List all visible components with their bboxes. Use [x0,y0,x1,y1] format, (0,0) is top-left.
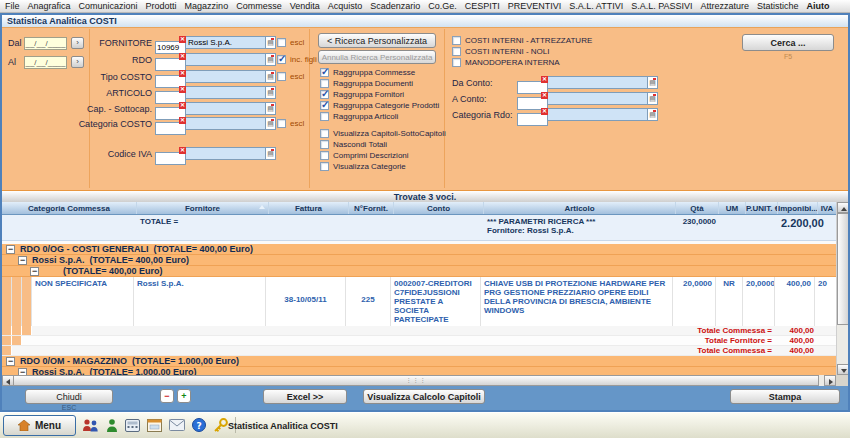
stampa-button[interactable]: Stampa [730,389,840,404]
col-header-nfornit[interactable]: N°Fornit. [349,202,394,214]
chiudi-button[interactable]: Chiudi [25,389,113,404]
collapse-toggle-icon[interactable] [18,256,27,265]
scroll-up-icon[interactable] [837,202,848,213]
categoria-rdo-input[interactable] [548,108,648,121]
scroll-down-icon[interactable] [837,364,848,375]
menu-item-anagrafica[interactable]: Anagrafica [28,1,71,11]
rdo-name-input[interactable] [186,53,266,66]
comprimi-descrizioni-checkbox[interactable] [320,151,329,160]
fornitore-name-input[interactable] [186,36,266,49]
scroll-right-icon[interactable] [824,375,836,386]
collapse-toggle-icon[interactable] [30,267,39,276]
tipo-costo-escl-checkbox[interactable] [277,72,286,81]
ricerca-personalizzata-button[interactable]: < Ricerca Personalizzata [318,33,436,48]
lookup-icon[interactable]: ▤ [266,86,276,99]
active-task-label[interactable]: Statistica Analitica COSTI [228,421,338,431]
clear-icon[interactable]: ✕ [541,108,548,115]
a-conto-input[interactable] [548,92,648,105]
lookup-icon[interactable]: ▤ [266,70,276,83]
summary-row[interactable]: TOTALE = *** PARAMETRI RICERCA ***Fornit… [2,215,836,241]
col-header-articolo[interactable]: Articolo [484,202,676,214]
visualizza-calcolo-capitoli-button[interactable]: Visualizza Calcolo Capitoli [363,389,485,404]
menu-item-file[interactable]: File [5,1,20,11]
menu-item-preventivi[interactable]: PREVENTIVI [508,1,562,11]
menu-item-scadenzario[interactable]: Scadenzario [370,1,420,11]
costi-interni-attrezzature-checkbox[interactable] [452,36,461,45]
lookup-icon[interactable]: ▤ [648,108,658,121]
codice-iva-name-input[interactable] [186,147,266,160]
fornitore-escl-checkbox[interactable] [277,38,286,47]
cap-sottocap-name-input[interactable] [186,102,266,115]
clear-icon[interactable]: ✕ [541,92,548,99]
menu-item-sal-attivi[interactable]: S.A.L. ATTIVI [569,1,623,11]
help-icon[interactable]: ? [192,418,206,432]
expand-all-button[interactable]: + [177,389,191,403]
horizontal-scroll-thumb[interactable]: ⋮⋮⋮ [13,375,819,386]
raggruppa-commesse-checkbox[interactable] [320,68,329,77]
window-icon[interactable] [147,419,162,432]
group-row-rdo-0om[interactable]: RDO 0/OM - MAGAZZINO(TOTALE= 1.000,00 Eu… [2,356,836,367]
user-icon[interactable] [106,418,118,433]
group-row-rdo-0og[interactable]: RDO 0/OG - COSTI GENERALI(TOTALE= 400,00… [2,244,836,255]
col-header-categoria-commessa[interactable]: Categoria Commessa [2,202,137,214]
users-icon[interactable] [82,418,99,433]
menu-item-aiuto[interactable]: Aiuto [807,1,830,11]
menu-item-coge[interactable]: Co.Ge. [428,1,457,11]
menu-item-commesse[interactable]: Commesse [236,1,282,11]
raggruppa-documenti-checkbox[interactable] [320,79,329,88]
clear-icon[interactable]: ✕ [179,36,186,43]
col-header-qta[interactable]: Qtà [676,202,719,214]
col-header-conto[interactable]: Conto [394,202,484,214]
col-header-fattura[interactable]: Fattura [269,202,349,214]
menu-item-statistiche[interactable]: Statistiche [757,1,799,11]
col-header-um[interactable]: UM [719,202,746,214]
mail-icon[interactable] [169,419,185,431]
group-row-sub[interactable]: (TOTALE= 400,00 Euro) [2,266,836,277]
lookup-icon[interactable]: ▤ [266,102,276,115]
clear-icon[interactable]: ✕ [179,70,186,77]
rdo-inc-figli-checkbox[interactable] [277,55,286,64]
tipo-costo-name-input[interactable] [186,70,266,83]
detail-row[interactable]: NON SPECIFICATA Rossi S.p.A. 38-10/05/11… [2,277,836,326]
categoria-costo-name-input[interactable] [186,117,266,130]
lookup-icon[interactable]: ▤ [648,92,658,105]
clear-icon[interactable]: ✕ [179,86,186,93]
group-row-fornitore-rossi[interactable]: Rossi S.p.A.(TOTALE= 400,00 Euro) [2,255,836,266]
articolo-name-input[interactable] [186,86,266,99]
menu-item-magazzino[interactable]: Magazzino [185,1,229,11]
lookup-icon[interactable]: ▤ [266,117,276,130]
nascondi-totali-checkbox[interactable] [320,140,329,149]
col-header-iva[interactable]: IVA [818,202,836,214]
horizontal-scrollbar[interactable]: ⋮⋮⋮ [2,375,836,386]
costi-interni-noli-checkbox[interactable] [452,47,461,56]
cerca-button[interactable]: Cerca ... [742,34,834,51]
menu-item-prodotti[interactable]: Prodotti [146,1,177,11]
categoria-costo-escl-checkbox[interactable] [277,119,286,128]
clear-icon[interactable]: ✕ [179,102,186,109]
key-icon[interactable] [213,418,228,432]
collapse-all-button[interactable]: − [160,389,174,403]
al-date-input[interactable] [24,56,67,69]
menu-item-attrezzature[interactable]: Attrezzature [701,1,750,11]
annulla-ricerca-button[interactable]: Annulla Ricerca Personalizzata [318,50,436,64]
menu-item-cespiti[interactable]: CESPITI [465,1,500,11]
clear-icon[interactable]: ✕ [179,53,186,60]
vertical-scroll-thumb[interactable] [837,213,848,325]
calculator-icon[interactable] [125,419,140,432]
raggruppa-fornitori-checkbox[interactable] [320,90,329,99]
vertical-scrollbar[interactable] [836,202,848,375]
lookup-icon[interactable]: ▤ [266,147,276,160]
lookup-icon[interactable]: ▤ [266,36,276,49]
raggruppa-categorie-prodotti-checkbox[interactable] [320,101,329,110]
menu-item-comunicazioni[interactable]: Comunicazioni [79,1,138,11]
lookup-icon[interactable]: ▤ [266,53,276,66]
clear-icon[interactable]: ✕ [541,76,548,83]
visualizza-categorie-checkbox[interactable] [320,162,329,171]
col-header-fornitore[interactable]: Fornitore [137,202,269,214]
collapse-toggle-icon[interactable] [6,245,15,254]
menu-item-acquisto[interactable]: Acquisto [328,1,363,11]
menu-button[interactable]: Menu [3,415,76,436]
raggruppa-articoli-checkbox[interactable] [320,112,329,121]
collapse-toggle-icon[interactable] [6,357,15,366]
col-header-imponibile[interactable]: Imponibi... [778,202,818,214]
